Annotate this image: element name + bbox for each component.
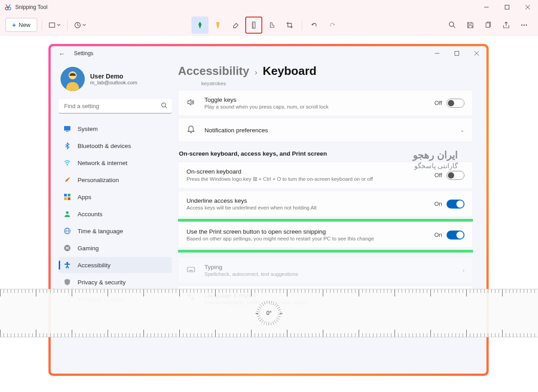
nav-privacy[interactable]: Privacy & security <box>59 274 172 290</box>
breadcrumb: Accessibility › Keyboard <box>178 64 473 78</box>
notification-prefs-card[interactable]: Notification preferences ⌄ <box>178 118 473 142</box>
redo-icon <box>328 21 336 29</box>
nav-system[interactable]: System <box>59 121 172 137</box>
separator <box>302 20 302 30</box>
inner-minimize-button[interactable] <box>427 46 447 61</box>
ruler-overlay[interactable]: 0° <box>0 289 538 337</box>
more-icon <box>520 21 528 29</box>
search-input[interactable] <box>59 99 172 113</box>
svg-rect-31 <box>68 194 70 196</box>
eraser-icon <box>232 21 240 29</box>
snipping-title: Snipping Tool <box>15 4 48 10</box>
breadcrumb-parent[interactable]: Accessibility <box>178 64 249 78</box>
separator <box>42 20 42 30</box>
bluetooth-icon <box>63 142 71 150</box>
globe-icon <box>63 227 71 235</box>
keyboard-icon <box>187 265 196 276</box>
more-button[interactable] <box>516 17 533 34</box>
pen-tool[interactable] <box>191 17 208 34</box>
nav-personalization[interactable]: Personalization <box>59 172 172 188</box>
hand-icon <box>268 21 276 29</box>
settings-titlebar: ← Settings <box>51 46 486 61</box>
brush-icon <box>63 176 71 184</box>
eraser-tool[interactable] <box>227 17 244 34</box>
snip-mode-dropdown[interactable] <box>47 19 63 31</box>
zoom-icon <box>448 21 456 29</box>
toggle-keys-card[interactable]: Toggle keys Play a sound when you press … <box>178 90 473 116</box>
zoom-button[interactable] <box>444 17 461 34</box>
nav-accessibility[interactable]: Accessibility <box>59 257 172 273</box>
svg-rect-33 <box>68 197 70 200</box>
svg-rect-30 <box>64 194 67 196</box>
nav-accounts[interactable]: Accounts <box>59 206 172 222</box>
svg-rect-3 <box>505 5 509 9</box>
save-button[interactable] <box>462 17 479 34</box>
speaker-icon <box>187 98 196 109</box>
svg-point-38 <box>64 245 70 251</box>
new-label: New <box>19 22 30 28</box>
svg-rect-40 <box>187 267 195 272</box>
crop-tool[interactable] <box>281 17 298 34</box>
underline-switch[interactable] <box>447 200 464 209</box>
snip-canvas: ← Settings User Demo m_lab@out <box>0 36 538 392</box>
svg-point-25 <box>162 103 166 107</box>
shield-icon <box>63 278 71 286</box>
chevron-down-icon <box>56 23 61 27</box>
highlighter-icon <box>214 21 222 29</box>
delay-dropdown[interactable] <box>72 19 88 31</box>
share-button[interactable] <box>498 17 515 34</box>
chevron-down-icon: ⌄ <box>460 127 464 133</box>
ruler-icon <box>250 21 258 29</box>
svg-point-34 <box>66 211 69 214</box>
typing-card[interactable]: Typing Spellcheck, autocorrect, text sug… <box>178 257 473 283</box>
svg-rect-6 <box>49 23 55 27</box>
xbox-icon <box>63 244 71 252</box>
bell-icon <box>187 125 196 135</box>
svg-point-18 <box>526 24 527 26</box>
touch-writing-tool[interactable] <box>263 17 280 34</box>
ruler-angle-indicator: 0° <box>256 301 282 326</box>
svg-point-13 <box>449 22 454 26</box>
plus-icon: + <box>12 21 16 29</box>
system-icon <box>63 125 71 133</box>
search-box <box>59 99 172 113</box>
rectangle-icon <box>48 22 56 29</box>
nav-apps[interactable]: Apps <box>59 189 172 205</box>
copy-icon <box>484 21 492 29</box>
highlighter-tool[interactable] <box>209 17 226 34</box>
undo-button[interactable] <box>306 17 323 34</box>
underline-card[interactable]: Underline access keys Access keys will b… <box>178 191 473 217</box>
wifi-icon <box>63 159 71 167</box>
back-button[interactable]: ← <box>58 50 66 57</box>
close-button[interactable] <box>517 0 538 14</box>
snipping-app-icon <box>4 4 12 11</box>
new-snip-button[interactable]: + New <box>5 18 37 32</box>
maximize-button[interactable] <box>497 0 517 14</box>
user-block[interactable]: User Demo m_lab@outlook.com <box>59 65 172 99</box>
minimize-button[interactable] <box>476 0 497 14</box>
separator <box>67 20 68 30</box>
nav-bluetooth[interactable]: Bluetooth & devices <box>59 138 172 154</box>
crop-icon <box>286 21 294 29</box>
avatar <box>61 67 85 91</box>
osk-switch[interactable] <box>447 171 464 180</box>
toggle-keys-switch[interactable] <box>447 99 464 108</box>
nav-time[interactable]: Time & language <box>59 223 172 239</box>
svg-rect-20 <box>455 52 459 56</box>
redo-button[interactable] <box>324 17 341 34</box>
ruler-tool[interactable] <box>245 17 262 34</box>
pen-icon <box>196 21 204 29</box>
chevron-down-icon <box>82 23 87 27</box>
apps-icon <box>63 193 71 201</box>
svg-point-17 <box>524 24 525 26</box>
svg-rect-27 <box>64 126 70 131</box>
svg-line-14 <box>453 26 455 28</box>
printscreen-switch[interactable] <box>447 231 464 240</box>
person-icon <box>63 210 71 218</box>
nav-gaming[interactable]: Gaming <box>59 240 172 256</box>
printscreen-card[interactable]: Use the Print screen button to open scre… <box>178 222 473 248</box>
nav-network[interactable]: Network & internet <box>59 155 172 171</box>
inner-maximize-button[interactable] <box>447 46 467 61</box>
copy-button[interactable] <box>480 17 497 34</box>
inner-close-button[interactable] <box>467 46 486 61</box>
